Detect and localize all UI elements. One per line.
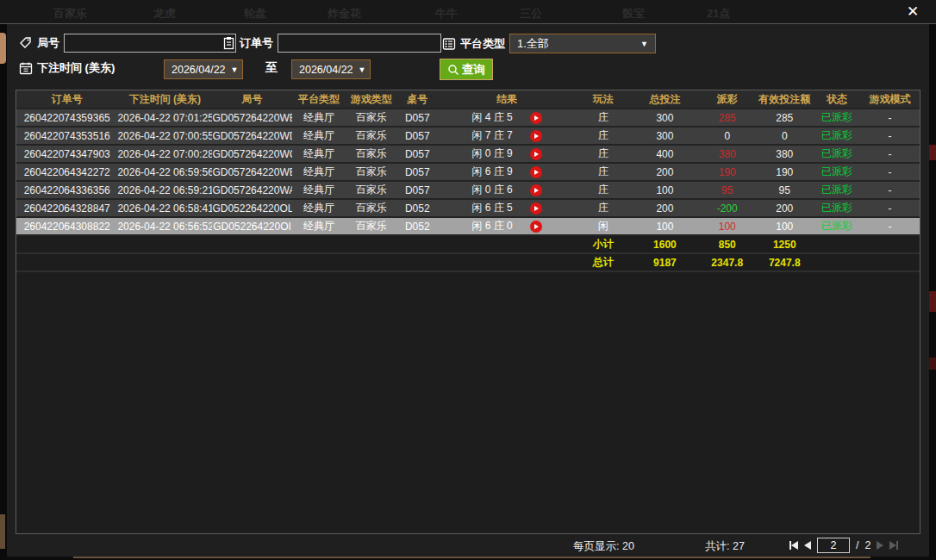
table-row[interactable]: 260422064308822 2026-04-22 06:56:52 GD05… (16, 217, 920, 235)
calendar-icon (19, 61, 33, 75)
bet-records-dialog: 局号 订单号 平台类型 1.全部 ▼ (7, 24, 929, 557)
col-bet-time: 下注时间 (美东) (117, 90, 212, 109)
col-result: 结果 (438, 90, 575, 109)
result-text: 闲 6 庄 0 (471, 219, 512, 233)
last-page-icon[interactable] (889, 537, 898, 554)
cell-table-no: D057 (396, 181, 438, 199)
cell-play: 闲 (576, 217, 631, 235)
cell-table-no: D057 (396, 163, 438, 181)
chevron-down-icon: ▼ (359, 65, 366, 74)
cell-game-mode: - (860, 217, 920, 235)
cell-valid-bet: 285 (755, 109, 814, 127)
background-left-edge (0, 24, 7, 560)
cell-order-number: 260422074347903 (16, 145, 117, 163)
platform-type-selected-value: 1.全部 (517, 36, 549, 52)
table-row[interactable]: 260422064328847 2026-04-22 06:58:41 GD05… (16, 199, 920, 217)
cell-bet-time: 2026-04-22 06:59:21 (117, 181, 212, 199)
platform-type-dropdown[interactable]: 1.全部 ▼ (509, 34, 656, 53)
cell-game-mode: - (860, 181, 920, 199)
grand-total-label: 总计 (576, 253, 631, 271)
cell-order-number: 260422064328847 (16, 199, 117, 217)
cell-total-bet: 100 (631, 181, 700, 199)
round-number-input[interactable] (64, 34, 236, 53)
tag-icon (19, 36, 33, 50)
cell-table-no: D052 (396, 199, 438, 217)
cell-platform: 经典厅 (292, 145, 346, 163)
list-icon (442, 37, 456, 51)
grand-total-valid-bet: 7247.8 (755, 253, 814, 271)
cell-payout: 190 (699, 163, 755, 181)
table-row[interactable]: 260422074353516 2026-04-22 07:00:55 GD05… (16, 127, 920, 145)
current-page-input[interactable]: 2 (817, 538, 850, 553)
background-menu-bar: 百家乐 龙虎 轮盘 炸金花 牛牛 三公 骰宝 21点 ✕ (0, 0, 936, 24)
cell-order-number: 260422064342272 (16, 163, 117, 181)
close-icon[interactable]: ✕ (903, 3, 922, 22)
order-number-input[interactable] (278, 34, 441, 53)
col-total-bet: 总投注 (631, 90, 700, 109)
cell-payout: 380 (699, 145, 755, 163)
cell-total-bet: 300 (631, 109, 700, 127)
cell-result: 闲 0 庄 9 (438, 145, 575, 163)
screen: 百家乐 龙虎 轮盘 炸金花 牛牛 三公 骰宝 21点 ✕ 局号 (0, 0, 936, 560)
cell-table-no: D057 (396, 109, 438, 127)
grand-total-total-bet: 9187 (631, 253, 700, 271)
previous-page-icon[interactable] (804, 537, 811, 554)
cell-round-number: GD057264220WC (212, 145, 291, 163)
cell-status: 已派彩 (814, 145, 859, 163)
table-row[interactable]: 260422074347903 2026-04-22 07:00:28 GD05… (16, 145, 920, 163)
bet-records-table: 订单号 下注时间 (美东) 局号 平台类型 游戏类型 桌号 结果 玩法 总投注 … (16, 90, 920, 534)
cell-result: 闲 7 庄 7 (438, 127, 575, 145)
table-row[interactable]: 260422074359365 2026-04-22 07:01:25 GD05… (16, 109, 920, 127)
result-text: 闲 7 庄 7 (471, 128, 512, 143)
play-icon[interactable] (530, 202, 542, 215)
bg-menu-roulette: 轮盘 (244, 6, 266, 22)
cell-round-number: GD057264220WD (212, 127, 291, 145)
cell-game-type: 百家乐 (346, 163, 397, 181)
play-icon[interactable] (530, 130, 542, 142)
cell-result: 闲 6 庄 9 (438, 163, 575, 181)
date-range-to-label: 至 (265, 60, 278, 76)
bg-menu-sicbo: 骰宝 (622, 6, 645, 22)
cell-bet-time: 2026-04-22 07:01:25 (117, 109, 212, 127)
cell-bet-time: 2026-04-22 07:00:55 (117, 127, 212, 145)
subtotal-valid-bet: 1250 (755, 235, 814, 253)
cell-game-mode: - (860, 199, 920, 217)
pagination-bar: 每页显示: 20 共计: 27 2 / 2 (7, 536, 929, 557)
background-fragment (0, 33, 6, 64)
cell-game-mode: - (860, 145, 920, 163)
cell-order-number: 260422074359365 (16, 109, 117, 127)
subtotal-payout: 850 (699, 235, 755, 253)
background-fragment (929, 145, 936, 160)
cell-play: 庄 (576, 181, 631, 199)
cell-status: 已派彩 (814, 163, 859, 181)
play-icon[interactable] (530, 112, 542, 124)
cell-status: 已派彩 (814, 217, 859, 235)
page-separator: / (856, 539, 858, 551)
query-button[interactable]: 查询 (440, 59, 493, 80)
table-row[interactable]: 260422064342272 2026-04-22 06:59:56 GD05… (16, 163, 920, 181)
background-fragment (929, 291, 936, 312)
play-icon[interactable] (530, 184, 542, 196)
play-icon[interactable] (530, 148, 542, 160)
cell-play: 庄 (576, 199, 631, 217)
play-icon[interactable] (530, 166, 542, 178)
play-icon[interactable] (530, 221, 542, 233)
first-page-icon[interactable] (789, 537, 798, 554)
cell-platform: 经典厅 (292, 127, 346, 145)
col-status: 状态 (814, 90, 859, 109)
col-order: 订单号 (16, 90, 117, 109)
col-platform: 平台类型 (292, 90, 346, 109)
grand-total-row: 总计 9187 2347.8 7247.8 (16, 253, 920, 271)
next-page-icon[interactable] (877, 537, 883, 554)
background-fragment (929, 358, 936, 370)
cell-game-type: 百家乐 (346, 199, 397, 217)
date-to-picker[interactable]: 2026/04/22 ▼ (291, 59, 371, 79)
bg-menu-baccarat: 百家乐 (53, 6, 87, 22)
cell-game-type: 百家乐 (346, 217, 397, 235)
cell-bet-time: 2026-04-22 06:58:41 (117, 199, 212, 217)
col-play: 玩法 (576, 90, 631, 109)
result-text: 闲 0 庄 9 (471, 146, 512, 161)
table-row[interactable]: 260422064336356 2026-04-22 06:59:21 GD05… (16, 181, 920, 199)
table-body: 260422074359365 2026-04-22 07:01:25 GD05… (16, 109, 920, 235)
date-from-picker[interactable]: 2026/04/22 ▼ (164, 59, 243, 79)
